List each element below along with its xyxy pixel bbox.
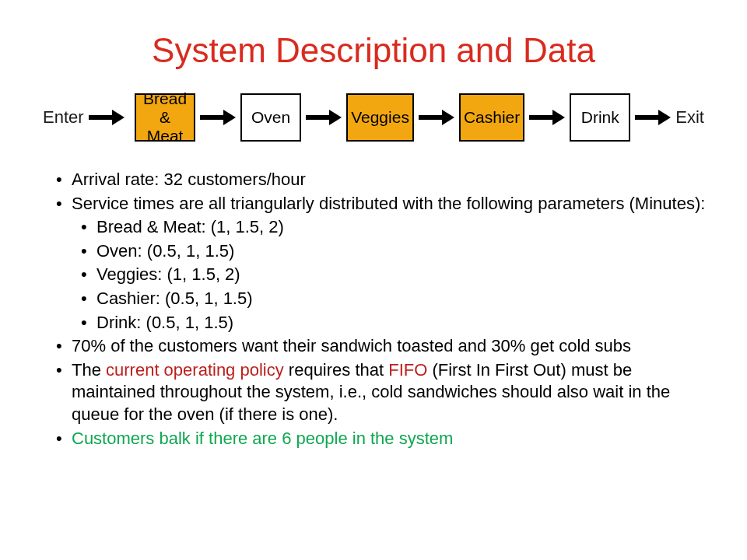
box-drink: Drink [570, 93, 630, 142]
arrow-icon [306, 110, 342, 125]
bullet-policy: The current operating policy requires th… [56, 359, 708, 426]
bullet-balk: Customers balk if there are 6 people in … [56, 428, 708, 450]
bullet-service-veggies: Veggies: (1, 1.5, 2) [81, 264, 708, 286]
arrow-icon [419, 110, 454, 125]
arrow-icon [89, 110, 124, 125]
bullet-service-bread: Bread & Meat: (1, 1.5, 2) [81, 216, 708, 239]
arrow-icon [200, 110, 236, 125]
box-oven: Oven [240, 93, 301, 142]
process-flow: Enter Bread & Meat Oven Veggies Cashier … [39, 93, 708, 142]
exit-label: Exit [675, 107, 704, 128]
box-cashier: Cashier [459, 93, 524, 142]
box-veggies: Veggies [346, 93, 414, 142]
arrow-icon [529, 110, 565, 125]
bullet-list: Arrival rate: 32 customers/hour Service … [39, 169, 708, 450]
box-bread-meat: Bread & Meat [135, 93, 195, 142]
bullet-service-drink: Drink: (0.5, 1, 1.5) [81, 312, 708, 334]
bullet-arrival: Arrival rate: 32 customers/hour [56, 169, 708, 191]
bullet-service-cashier: Cashier: (0.5, 1, 1.5) [81, 288, 708, 310]
bullet-service-oven: Oven: (0.5, 1, 1.5) [81, 240, 708, 263]
arrow-icon [635, 110, 671, 125]
slide-title: System Description and Data [39, 31, 708, 70]
bullet-service-intro: Service times are all triangularly distr… [56, 193, 708, 215]
enter-label: Enter [43, 107, 84, 128]
bullet-toast: 70% of the customers want their sandwich… [56, 335, 708, 358]
